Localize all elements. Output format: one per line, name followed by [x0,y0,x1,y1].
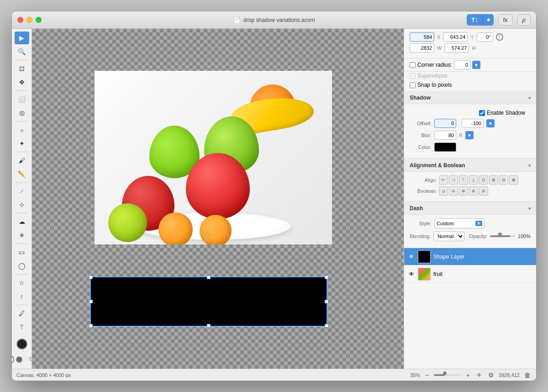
blur-input[interactable] [434,131,456,140]
handle-bl[interactable] [89,324,93,328]
blur-suffix: R [459,132,463,138]
opacity-slider[interactable] [490,235,515,237]
magic-wand-tool[interactable]: ✦ [15,137,29,150]
shadow-color-swatch[interactable] [434,143,456,152]
cursor-tool-button[interactable]: ⌖ [483,14,494,26]
zoom-thumb[interactable] [443,371,447,375]
handle-bm[interactable] [207,324,211,328]
oval-tool[interactable]: ◯ [15,260,29,272]
rect-select-tool[interactable]: ⬜ [15,93,29,106]
eyedropper-tool[interactable]: ⊹ [15,198,29,211]
corner-radius-input[interactable] [454,60,470,69]
separator-8 [16,274,28,275]
snap-pixels-checkbox[interactable] [410,82,416,88]
color-picker-icon[interactable] [16,356,22,363]
handle-br[interactable] [325,324,328,328]
boolean-union[interactable]: ⊔ [439,186,448,196]
text-tool[interactable]: T [15,321,29,334]
rect-tool[interactable]: ▭ [15,246,29,259]
maximize-button[interactable] [36,17,42,23]
color-mode-icon[interactable] [12,355,14,364]
align-bottom[interactable]: ⊞ [489,175,498,185]
offset-y-stepper[interactable]: ▼ [486,119,495,127]
distribute-h[interactable]: ⊟ [499,175,508,185]
zoom-tool[interactable]: 🔍 [15,45,29,58]
handle-mr[interactable] [325,300,328,303]
layer-shape-layer[interactable]: 👁 Shape Layer [404,248,536,265]
x-input[interactable]: 584 [410,32,434,42]
star-tool[interactable]: ☆ [15,276,29,289]
align-top[interactable]: ⊥ [469,175,478,185]
delete-layer-button[interactable]: 🗑 [523,371,532,379]
close-button[interactable] [17,17,23,23]
alignment-section-header[interactable]: Alignment & Boolean ▾ [404,159,536,172]
align-right[interactable]: ⊤ [459,175,468,185]
corner-radius-checkbox[interactable] [410,62,416,68]
zoom-minus[interactable]: − [424,372,430,378]
angle-circle[interactable] [496,33,503,41]
layer-settings-button[interactable]: ⚙ [487,371,495,379]
layer-thumb-fruit [418,268,431,281]
blending-row: Blending: Normal Opacity: 100% [410,231,531,241]
opacity-thumb[interactable] [498,233,502,236]
handle-tm[interactable] [207,275,211,279]
handle-tr[interactable] [325,275,328,279]
boolean-intersect[interactable]: ⊗ [459,186,468,196]
canvas-info: Canvas: 4000 × 4000 px [16,372,71,378]
shape-tool[interactable]: ☁ [15,215,29,228]
transform-tool[interactable]: ✥ [15,76,29,89]
superellipse-row: Superellipse [404,72,536,80]
select-tool[interactable]: ▶ [15,32,29,44]
zoom-slider[interactable] [434,374,461,376]
w-input[interactable] [410,43,434,53]
angle-input[interactable] [477,32,493,42]
pen-tool[interactable]: 🖊 [15,307,29,320]
lasso-tool[interactable]: ◎ [15,106,29,119]
handle-tl[interactable] [89,275,93,279]
shadow-offset-x-input[interactable] [434,119,456,128]
crop-tool[interactable]: ⊡ [15,62,29,75]
brush-tool[interactable]: 🖌 [15,154,29,167]
star-effect-tool[interactable]: ✳ [15,229,29,242]
boolean-subtract[interactable]: ⊖ [449,186,458,196]
layers-panel: 👁 Shape Layer 👁 fruit [404,248,536,369]
enable-shadow-label: Enable Shadow [487,110,525,116]
add-layer-button[interactable]: + [475,371,483,379]
p-button[interactable]: p [517,14,531,26]
align-left[interactable]: ⊢ [439,175,448,185]
coords-section: 584 X Y W H [404,29,536,58]
blur-stepper[interactable]: ▼ [465,131,474,139]
distribute-v[interactable]: ⊠ [509,175,518,185]
enable-shadow-row: Enable Shadow [410,108,531,119]
shape-layer[interactable] [90,276,327,327]
y-input[interactable] [443,32,468,42]
style-select[interactable]: Custom ▼ [434,218,485,228]
blend-select[interactable]: Normal [433,231,464,241]
boolean-divide[interactable]: ⊘ [479,186,488,196]
minimize-button[interactable] [26,17,32,23]
left-toolbar: ▶ 🔍 ⊡ ✥ ⬜ ◎ ⬦ ✦ 🖌 ✏️ ⟋ ⊹ ☁ ✳ ▭ ◯ ☆ ↑ [12,29,32,369]
layer-eye-fruit[interactable]: 👁 [408,270,415,278]
arrow-tool[interactable]: ↑ [15,290,29,303]
fx-button[interactable]: fx [498,14,513,26]
foreground-color[interactable] [16,339,27,350]
canvas-area[interactable] [32,29,404,369]
pencil-tool[interactable]: ✏️ [15,168,29,180]
align-center-v[interactable]: ⊡ [479,175,488,185]
type-tool-button[interactable]: T↕ [467,14,483,26]
enable-shadow-checkbox[interactable] [479,110,485,116]
handle-ml[interactable] [89,300,93,303]
shadow-offset-y-input[interactable] [462,119,484,128]
h-input[interactable] [444,43,469,53]
shadow-section-header[interactable]: Shadow ▾ [404,91,536,104]
boolean-xor[interactable]: ⊕ [469,186,478,196]
layer-fruit[interactable]: 👁 fruit [404,265,536,283]
gradient-tool[interactable]: ⟋ [15,185,29,197]
layer-eye-shape[interactable]: 👁 [408,253,415,260]
snap-row: Snap to pixels [404,80,536,91]
dash-section-header[interactable]: Dash ▾ [404,201,536,215]
paint-bucket-tool[interactable]: ⬦ [15,123,29,136]
zoom-plus[interactable]: + [465,372,471,378]
corner-radius-dropdown[interactable]: ▼ [472,61,480,69]
align-center-h[interactable]: ⊣ [449,175,458,185]
